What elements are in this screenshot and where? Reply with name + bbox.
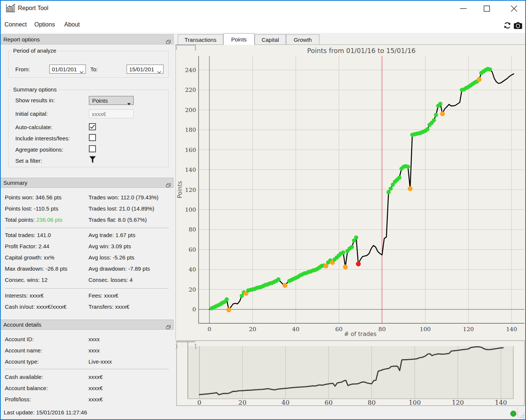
last-update-text: Last update: 15/01/2016 11:27:46 — [4, 409, 87, 416]
initial-capital-input[interactable] — [89, 109, 134, 118]
show-results-label: Show results in: — [15, 97, 55, 103]
avg-loss: Avg loss: -5.26 pts — [88, 254, 134, 261]
show-results-dropdown[interactable]: Points — [89, 96, 134, 105]
statusbar: Last update: 15/01/2016 11:27:46 — [0, 406, 526, 419]
panel-title: Report options — [3, 36, 40, 43]
dropdown-arrow-icon — [127, 100, 131, 106]
float-panel-icon[interactable] — [166, 323, 171, 332]
svg-text:120: 120 — [185, 187, 196, 193]
menu-options[interactable]: Options — [33, 21, 56, 29]
summary-block-points: Points won: 346.56 pts Trades won: 112.0… — [0, 192, 174, 226]
summary-row: Total points: 236.06 pts Trades flat: 8.… — [0, 215, 174, 226]
svg-text:40: 40 — [189, 266, 196, 273]
svg-text:200: 200 — [185, 107, 196, 113]
close-icon — [510, 4, 518, 13]
panel-title: Summary — [3, 180, 27, 186]
include-fees-label: Include interests/fees: — [15, 135, 70, 141]
tab-transactions[interactable]: Transactions — [178, 34, 223, 44]
points-lost: Points lost: -110.5 pts — [5, 205, 58, 212]
to-label: To: — [90, 66, 98, 72]
resize-grip[interactable] — [519, 413, 525, 420]
menu-connect[interactable]: Connect — [3, 21, 28, 29]
float-panel-icon[interactable] — [166, 37, 171, 47]
group-summary-options: Summary options Show results in: Points … — [8, 90, 169, 167]
menu-about[interactable]: About — [63, 21, 81, 29]
overview-chart[interactable]: 01020406080100120140 — [175, 340, 526, 406]
svg-text:20: 20 — [189, 286, 196, 293]
maximize-icon — [483, 4, 491, 13]
svg-text:20: 20 — [249, 326, 256, 333]
panel-header-account-details: Account details — [0, 320, 174, 330]
points-won: Points won: 346.56 pts — [5, 194, 62, 200]
cash-in-out: Cash in/out: xxxx€/xxxx€ — [5, 304, 66, 310]
panel-header-report-options: Report options — [0, 34, 174, 44]
to-date-value: 15/01/201 — [129, 66, 154, 72]
svg-text:80: 80 — [368, 399, 376, 406]
float-panel-icon[interactable] — [166, 181, 171, 190]
max-drawdown: Max drawdown: -26.8 pts — [5, 265, 68, 272]
svg-text:0: 0 — [175, 343, 178, 350]
cash-available-value: xxxx€ — [88, 374, 103, 380]
total-points-value: 236.06 pts — [36, 217, 62, 223]
svg-text:# of trades: # of trades — [344, 331, 376, 337]
refresh-button[interactable] — [503, 21, 512, 30]
transfers: Transfers: xxxx€ — [88, 304, 129, 310]
minimize-button[interactable] — [455, 4, 472, 13]
camera-icon — [514, 22, 522, 29]
filter-button[interactable] — [89, 156, 96, 165]
menubar: Connect Options About — [0, 17, 526, 32]
from-date-value: 01/01/201 — [52, 66, 77, 72]
account-type-label: Account type: — [5, 358, 39, 365]
summary-row: Points won: 346.56 pts Trades won: 112.0… — [0, 192, 174, 203]
svg-text:0: 0 — [208, 326, 211, 333]
from-date-combobox[interactable]: 01/01/201 — [49, 65, 86, 74]
account-block-balance: Cash available:xxxx€ Account balance:xxx… — [0, 372, 174, 405]
avg-win: Avg win: 3.09 pts — [88, 243, 131, 249]
tab-capital[interactable]: Capital — [255, 34, 286, 44]
avg-trade: Avg trade: 1.67 pts — [88, 232, 136, 238]
svg-text:60: 60 — [189, 246, 196, 253]
summary-block-stats: Total trades: 141.0Avg trade: 1.67 pts P… — [0, 230, 174, 286]
total-points: Total points: 236.06 pts — [5, 217, 62, 223]
to-date-combobox[interactable]: 15/01/201 — [127, 65, 164, 74]
funnel-icon — [89, 156, 96, 164]
screenshot-button[interactable] — [513, 21, 522, 30]
avg-drawdown: Avg drawdown: -7.89 pts — [88, 265, 150, 272]
auto-calculate-checkbox[interactable] — [89, 123, 96, 130]
cash-available-label: Cash available: — [5, 374, 43, 380]
chevron-down-icon — [157, 68, 161, 75]
account-id-value: xxxx — [88, 336, 100, 342]
account-balance-value: xxxx€ — [88, 385, 103, 391]
svg-text:1: 1 — [194, 45, 197, 52]
include-fees-checkbox[interactable] — [89, 134, 96, 141]
checkmark-icon — [90, 125, 95, 129]
statusbar-separator — [517, 408, 518, 417]
app-logo-bar-chart-icon — [6, 3, 16, 15]
svg-text:60: 60 — [324, 399, 333, 406]
panel-header-summary: Summary — [0, 178, 174, 188]
tab-growth[interactable]: Growth — [286, 34, 320, 44]
svg-text:100: 100 — [185, 206, 196, 213]
aggregate-positions-checkbox[interactable] — [89, 145, 96, 152]
account-name-label: Account name: — [5, 347, 42, 354]
account-id-label: Account ID: — [5, 336, 34, 342]
tab-points[interactable]: Points — [223, 33, 255, 45]
svg-text:120: 120 — [452, 399, 464, 406]
summary-row: Points lost: -110.5 pts Trades lost: 21.… — [0, 203, 174, 215]
svg-text:Points: Points — [177, 181, 183, 199]
close-button[interactable] — [505, 4, 523, 13]
svg-text:140: 140 — [506, 326, 517, 333]
points-chart[interactable]: 0102040608010012014016018020022024002040… — [175, 44, 526, 340]
svg-text:1: 1 — [194, 343, 197, 350]
account-name-value: xxxx — [88, 347, 100, 354]
auto-calculate-label: Auto-calculate: — [15, 124, 52, 130]
svg-text:140: 140 — [495, 399, 507, 406]
maximize-button[interactable] — [478, 4, 495, 13]
svg-text:0: 0 — [192, 306, 196, 313]
panel-title: Account details — [3, 321, 41, 328]
group-period-of-analyze: Period of analyze From: 01/01/201 To: 15… — [8, 51, 169, 78]
aggregate-positions-label: Agregate positions: — [15, 146, 63, 153]
svg-text:100: 100 — [409, 399, 421, 406]
consec-losses: Consec. losses: 4 — [88, 277, 133, 283]
svg-text:160: 160 — [185, 147, 196, 153]
